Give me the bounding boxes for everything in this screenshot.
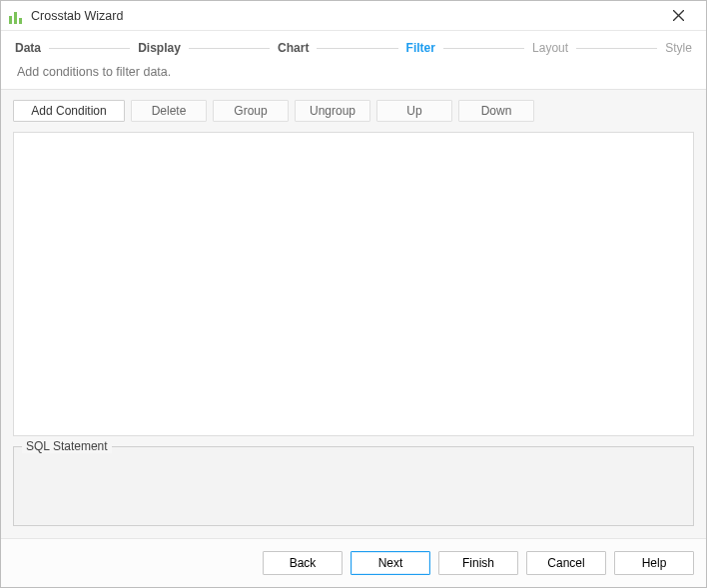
step-data[interactable]: Data — [13, 41, 43, 55]
step-separator — [317, 48, 397, 49]
app-icon — [9, 8, 25, 24]
ungroup-button[interactable]: Ungroup — [295, 100, 370, 122]
filter-toolbar: Add Condition Delete Group Ungroup Up Do… — [13, 100, 694, 122]
back-button[interactable]: Back — [263, 551, 343, 575]
titlebar: Crosstab Wizard — [1, 1, 706, 31]
step-separator — [443, 48, 524, 49]
content-area: Add Condition Delete Group Ungroup Up Do… — [1, 90, 706, 538]
step-separator — [189, 48, 270, 49]
step-display[interactable]: Display — [136, 41, 183, 55]
step-chart[interactable]: Chart — [276, 41, 311, 55]
step-description: Add conditions to filter data. — [1, 63, 706, 90]
down-button[interactable]: Down — [458, 100, 534, 122]
close-icon — [673, 10, 684, 21]
wizard-steps: Data Display Chart Filter Layout Style — [1, 31, 706, 63]
step-filter[interactable]: Filter — [404, 41, 437, 55]
wizard-footer: Back Next Finish Cancel Help — [1, 538, 706, 587]
step-layout[interactable]: Layout — [530, 41, 570, 55]
sql-statement-group: SQL Statement — [13, 446, 694, 526]
group-button[interactable]: Group — [213, 100, 289, 122]
sql-statement-label: SQL Statement — [22, 439, 112, 453]
finish-button[interactable]: Finish — [438, 551, 518, 575]
close-button[interactable] — [658, 1, 698, 30]
step-separator — [49, 48, 130, 49]
next-button[interactable]: Next — [351, 551, 430, 575]
up-button[interactable]: Up — [376, 100, 452, 122]
delete-button[interactable]: Delete — [131, 100, 207, 122]
cancel-button[interactable]: Cancel — [526, 551, 606, 575]
step-style[interactable]: Style — [663, 41, 694, 55]
add-condition-button[interactable]: Add Condition — [13, 100, 125, 122]
conditions-list[interactable] — [13, 132, 694, 436]
help-button[interactable]: Help — [614, 551, 694, 575]
step-separator — [576, 48, 657, 49]
wizard-window: Crosstab Wizard Data Display Chart Filte… — [0, 0, 707, 588]
window-title: Crosstab Wizard — [31, 9, 658, 23]
